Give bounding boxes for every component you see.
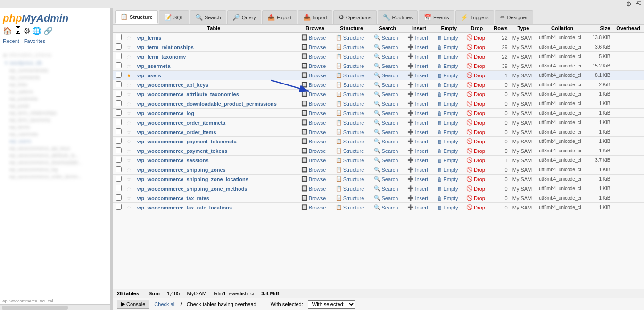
drop-button[interactable]: 🚫 Drop: [466, 53, 485, 59]
browse-button[interactable]: 🔲 Browse: [300, 185, 327, 192]
insert-button[interactable]: ➕ Insert: [406, 185, 429, 192]
empty-button[interactable]: 🗑 Empty: [436, 205, 459, 210]
drop-button[interactable]: 🚫 Drop: [466, 157, 485, 163]
structure-button[interactable]: 📋 Structure: [335, 53, 365, 59]
structure-button[interactable]: 📋 Structure: [335, 195, 365, 201]
drop-button[interactable]: 🚫 Drop: [466, 72, 485, 78]
favorite-star[interactable]: ☆: [126, 129, 132, 135]
favorite-star[interactable]: ☆: [126, 44, 132, 50]
drop-button[interactable]: 🚫 Drop: [466, 110, 485, 116]
insert-button[interactable]: ➕ Insert: [406, 72, 429, 78]
home-icon[interactable]: 🏠: [3, 26, 12, 35]
favorite-star[interactable]: ☆: [126, 204, 132, 211]
row-checkbox[interactable]: [116, 81, 122, 87]
search-button[interactable]: 🔍 Search: [373, 91, 399, 97]
tab-query[interactable]: 🔎 Query: [227, 10, 261, 24]
recent-link[interactable]: Recent: [3, 38, 19, 44]
insert-button[interactable]: ➕ Insert: [406, 110, 429, 116]
empty-button[interactable]: 🗑 Empty: [436, 73, 459, 78]
row-checkbox[interactable]: [116, 128, 122, 134]
browse-button[interactable]: 🔲 Browse: [300, 72, 327, 78]
favorite-star[interactable]: ☆: [126, 101, 132, 107]
browse-button[interactable]: 🔲 Browse: [300, 110, 327, 116]
drop-button[interactable]: 🚫 Drop: [466, 63, 485, 69]
search-button[interactable]: 🔍 Search: [373, 157, 399, 163]
empty-button[interactable]: 🗑 Empty: [436, 44, 459, 50]
drop-button[interactable]: 🚫 Drop: [466, 91, 485, 97]
insert-button[interactable]: ➕ Insert: [406, 204, 429, 210]
empty-button[interactable]: 🗑 Empty: [436, 101, 459, 107]
browse-button[interactable]: 🔲 Browse: [300, 157, 327, 163]
drop-button[interactable]: 🚫 Drop: [466, 185, 485, 192]
database-icon[interactable]: 🗄: [14, 26, 22, 35]
favorite-star[interactable]: ☆: [126, 148, 132, 154]
empty-button[interactable]: 🗑 Empty: [436, 176, 459, 182]
empty-button[interactable]: 🗑 Empty: [436, 129, 459, 135]
search-button[interactable]: 🔍 Search: [373, 63, 399, 69]
drop-button[interactable]: 🚫 Drop: [466, 101, 485, 107]
favorite-star[interactable]: ☆: [126, 91, 132, 98]
table-name-link[interactable]: wp_usermeta: [137, 63, 170, 69]
empty-button[interactable]: 🗑 Empty: [436, 167, 459, 173]
insert-button[interactable]: ➕ Insert: [406, 176, 429, 182]
row-checkbox[interactable]: [116, 72, 122, 78]
browse-button[interactable]: 🔲 Browse: [300, 101, 327, 107]
drop-button[interactable]: 🚫 Drop: [466, 44, 485, 50]
empty-button[interactable]: 🗑 Empty: [436, 139, 459, 144]
favorite-star[interactable]: ☆: [126, 34, 132, 41]
structure-button[interactable]: 📋 Structure: [335, 167, 365, 173]
browse-button[interactable]: 🔲 Browse: [300, 91, 327, 97]
structure-button[interactable]: 📋 Structure: [335, 138, 365, 144]
favorite-star[interactable]: ☆: [126, 53, 132, 60]
table-name-link[interactable]: wp_woocommerce_tax_rate_locations: [137, 205, 232, 210]
table-name-link[interactable]: wp_woocommerce_payment_tokens: [137, 148, 227, 154]
search-button[interactable]: 🔍 Search: [373, 195, 399, 201]
link-icon[interactable]: 🔗: [43, 26, 53, 35]
structure-button[interactable]: 📋 Structure: [335, 63, 365, 69]
empty-button[interactable]: 🗑 Empty: [436, 148, 459, 154]
drop-button[interactable]: 🚫 Drop: [466, 34, 485, 41]
drop-button[interactable]: 🚫 Drop: [466, 204, 485, 210]
table-name-link[interactable]: wp_woocommerce_shipping_zones: [137, 167, 226, 173]
row-checkbox[interactable]: [116, 204, 122, 210]
row-checkbox[interactable]: [116, 100, 122, 106]
browse-button[interactable]: 🔲 Browse: [300, 176, 327, 182]
search-button[interactable]: 🔍 Search: [373, 119, 399, 126]
empty-button[interactable]: 🗑 Empty: [436, 120, 459, 126]
insert-button[interactable]: ➕ Insert: [406, 91, 429, 97]
tab-triggers[interactable]: ⚡ Triggers: [455, 10, 494, 24]
browse-button[interactable]: 🔲 Browse: [300, 53, 327, 59]
drop-button[interactable]: 🚫 Drop: [466, 119, 485, 126]
search-button[interactable]: 🔍 Search: [373, 167, 399, 173]
sidebar-scrollbar[interactable]: [0, 304, 110, 310]
favorite-star[interactable]: ☆: [126, 63, 132, 69]
drop-button[interactable]: 🚫 Drop: [466, 167, 485, 173]
structure-button[interactable]: 📋 Structure: [335, 101, 365, 107]
console-button[interactable]: ▶ Console: [117, 300, 149, 309]
drop-button[interactable]: 🚫 Drop: [466, 82, 485, 88]
browse-button[interactable]: 🔲 Browse: [300, 195, 327, 201]
tab-designer[interactable]: ✏ Designer: [495, 10, 533, 24]
table-name-link[interactable]: wp_term_taxonomy: [137, 54, 186, 59]
tab-operations[interactable]: ⚙ Operations: [333, 10, 377, 24]
structure-button[interactable]: 📋 Structure: [335, 110, 365, 116]
search-button[interactable]: 🔍 Search: [373, 148, 399, 154]
search-button[interactable]: 🔍 Search: [373, 176, 399, 182]
row-checkbox[interactable]: [116, 53, 122, 59]
table-name-link[interactable]: wp_woocommerce_log: [137, 110, 194, 116]
gear-icon[interactable]: ⚙: [626, 0, 632, 8]
empty-button[interactable]: 🗑 Empty: [436, 82, 459, 88]
insert-button[interactable]: ➕ Insert: [406, 129, 429, 135]
insert-button[interactable]: ➕ Insert: [406, 34, 429, 41]
row-checkbox[interactable]: [116, 62, 122, 68]
empty-button[interactable]: 🗑 Empty: [436, 92, 459, 97]
structure-button[interactable]: 📋 Structure: [335, 204, 365, 210]
tab-structure[interactable]: 📋 Structure: [115, 10, 158, 24]
favorite-star[interactable]: ☆: [126, 195, 132, 201]
search-button[interactable]: 🔍 Search: [373, 204, 399, 210]
drop-button[interactable]: 🚫 Drop: [466, 195, 485, 201]
table-name-link[interactable]: wp_woocommerce_api_keys: [137, 82, 208, 88]
structure-button[interactable]: 📋 Structure: [335, 82, 365, 88]
insert-button[interactable]: ➕ Insert: [406, 44, 429, 50]
empty-button[interactable]: 🗑 Empty: [436, 158, 459, 163]
